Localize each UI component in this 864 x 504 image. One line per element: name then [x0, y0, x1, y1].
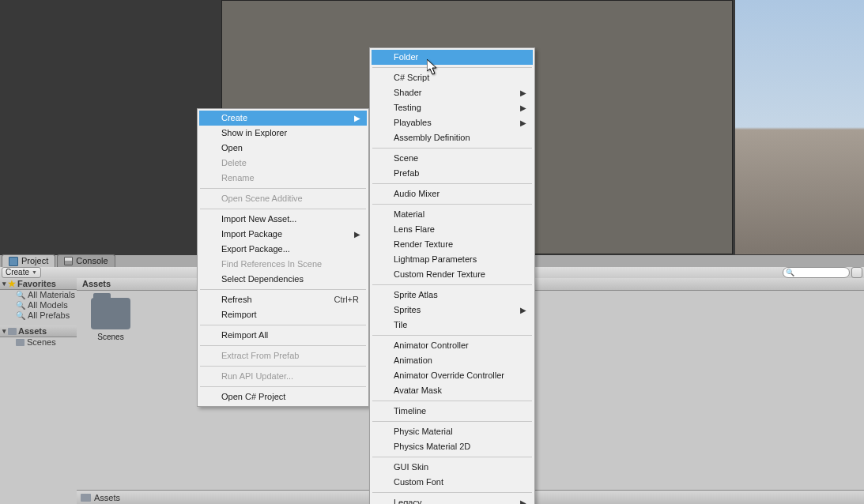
menu-reimport-all[interactable]: Reimport All	[199, 328, 367, 343]
menu-open-csharp-project[interactable]: Open C# Project	[199, 389, 367, 404]
menu-physics-material-2d[interactable]: Physics Material 2D	[372, 439, 533, 454]
chevron-right-icon: ▶	[520, 303, 526, 318]
tab-console-label: Console	[76, 255, 108, 267]
search-input[interactable]: 🔍	[783, 267, 850, 278]
menu-separator	[372, 148, 532, 149]
search-icon: 🔍	[16, 300, 25, 310]
favorites-header[interactable]: ▾ ★ Favorites	[0, 278, 77, 290]
project-icon	[9, 257, 18, 266]
menu-select-dependencies[interactable]: Select Dependencies	[199, 272, 367, 287]
menu-import-new-asset[interactable]: Import New Asset...	[199, 212, 367, 227]
menu-avatar-mask[interactable]: Avatar Mask	[372, 383, 533, 398]
chevron-down-icon: ▾	[2, 325, 6, 337]
tab-project[interactable]: Project	[2, 254, 55, 267]
assets-header[interactable]: ▾ Assets	[0, 325, 77, 337]
menu-reimport[interactable]: Reimport	[199, 307, 367, 322]
menu-label: Open Scene Additive	[221, 194, 303, 203]
menu-separator	[372, 335, 532, 336]
folder-icon	[91, 298, 130, 329]
console-icon	[64, 257, 73, 265]
menu-export-package[interactable]: Export Package...	[199, 242, 367, 257]
favorite-label: All Materials	[28, 290, 75, 300]
favorite-label: All Prefabs	[28, 310, 70, 321]
menu-prefab[interactable]: Prefab	[372, 166, 533, 181]
favorite-all-materials[interactable]: 🔍 All Materials	[0, 290, 77, 300]
menu-physic-material[interactable]: Physic Material	[372, 424, 533, 439]
menu-material[interactable]: Material	[372, 207, 533, 222]
menu-label: Legacy	[394, 498, 421, 504]
tab-project-label: Project	[21, 255, 48, 267]
menu-separator	[372, 204, 532, 205]
menu-label: Import Package	[221, 229, 282, 239]
menu-separator	[200, 325, 366, 325]
menu-shader[interactable]: Shader▶	[372, 85, 533, 100]
project-hierarchy: ▾ ★ Favorites 🔍 All Materials 🔍 All Mode…	[0, 278, 77, 504]
tab-console[interactable]: Console	[57, 254, 115, 267]
menu-label: Extract From Prefab	[221, 351, 299, 360]
menu-label: Prefab	[394, 168, 419, 178]
menu-label: Playables	[394, 118, 432, 127]
menu-assembly-definition[interactable]: Assembly Definition	[372, 130, 533, 145]
menu-label: Open C# Project	[221, 392, 285, 401]
menu-animation[interactable]: Animation	[372, 353, 533, 368]
hierarchy-item-scenes[interactable]: Scenes	[0, 337, 77, 348]
menu-label: Sprite Atlas	[394, 290, 438, 299]
menu-import-package[interactable]: Import Package ▶	[199, 227, 367, 242]
asset-tile-scenes[interactable]: Scenes	[87, 298, 134, 341]
menu-sprite-atlas[interactable]: Sprite Atlas	[372, 288, 533, 303]
create-dropdown[interactable]: Create ▼	[2, 267, 41, 278]
menu-render-texture[interactable]: Render Texture	[372, 237, 533, 252]
menu-label: Animator Override Controller	[394, 370, 504, 380]
create-dropdown-label: Create	[6, 268, 29, 277]
menu-gui-skin[interactable]: GUI Skin	[372, 460, 533, 475]
menu-label: Custom Font	[394, 477, 443, 487]
menu-animator-controller[interactable]: Animator Controller	[372, 338, 533, 353]
menu-shortcut: Ctrl+R	[334, 292, 359, 307]
menu-legacy[interactable]: Legacy▶	[372, 495, 533, 504]
menu-lightmap-parameters[interactable]: Lightmap Parameters	[372, 252, 533, 267]
menu-separator	[372, 492, 532, 493]
menu-separator	[372, 183, 532, 184]
menu-separator	[200, 188, 366, 189]
menu-scene[interactable]: Scene	[372, 151, 533, 166]
menu-playables[interactable]: Playables▶	[372, 115, 533, 130]
chevron-down-icon: ▼	[32, 268, 37, 277]
menu-separator	[200, 289, 366, 290]
chevron-right-icon: ▶	[354, 227, 360, 242]
menu-sprites[interactable]: Sprites▶	[372, 303, 533, 318]
context-menu: Create ▶ Show in Explorer Open Delete Re…	[197, 108, 369, 407]
menu-custom-font[interactable]: Custom Font	[372, 475, 533, 490]
search-icon: 🔍	[16, 310, 25, 321]
menu-extract-from-prefab: Extract From Prefab	[199, 348, 367, 363]
menu-audio-mixer[interactable]: Audio Mixer	[372, 186, 533, 201]
game-view[interactable]	[735, 0, 864, 254]
menu-animator-override-controller[interactable]: Animator Override Controller	[372, 368, 533, 383]
toolbar-toggle[interactable]	[851, 267, 862, 278]
menu-label: Animator Controller	[394, 340, 469, 350]
menu-label: Testing	[394, 103, 421, 112]
menu-csharp-script[interactable]: C# Script	[372, 70, 533, 85]
menu-label: Scene	[394, 153, 418, 163]
menu-refresh[interactable]: Refresh Ctrl+R	[199, 292, 367, 307]
menu-custom-render-texture[interactable]: Custom Render Texture	[372, 267, 533, 282]
menu-separator	[200, 345, 366, 346]
menu-folder[interactable]: Folder	[372, 50, 533, 65]
footer-path-label: Assets	[94, 493, 120, 502]
chevron-down-icon: ▾	[2, 278, 6, 289]
menu-label: Assembly Definition	[394, 133, 470, 142]
menu-testing[interactable]: Testing▶	[372, 100, 533, 115]
menu-label: GUI Skin	[394, 462, 428, 472]
menu-show-in-explorer[interactable]: Show in Explorer	[199, 126, 367, 141]
hierarchy-item-label: Scenes	[27, 337, 56, 348]
menu-lens-flare[interactable]: Lens Flare	[372, 222, 533, 237]
menu-separator	[372, 457, 532, 457]
menu-label: Timeline	[394, 406, 426, 416]
menu-open[interactable]: Open	[199, 141, 367, 156]
favorite-all-models[interactable]: 🔍 All Models	[0, 300, 77, 310]
menu-label: Avatar Mask	[394, 386, 442, 395]
favorite-all-prefabs[interactable]: 🔍 All Prefabs	[0, 310, 77, 321]
menu-separator	[200, 366, 366, 367]
menu-tile[interactable]: Tile	[372, 318, 533, 333]
menu-timeline[interactable]: Timeline	[372, 404, 533, 419]
menu-create[interactable]: Create ▶	[199, 111, 367, 126]
